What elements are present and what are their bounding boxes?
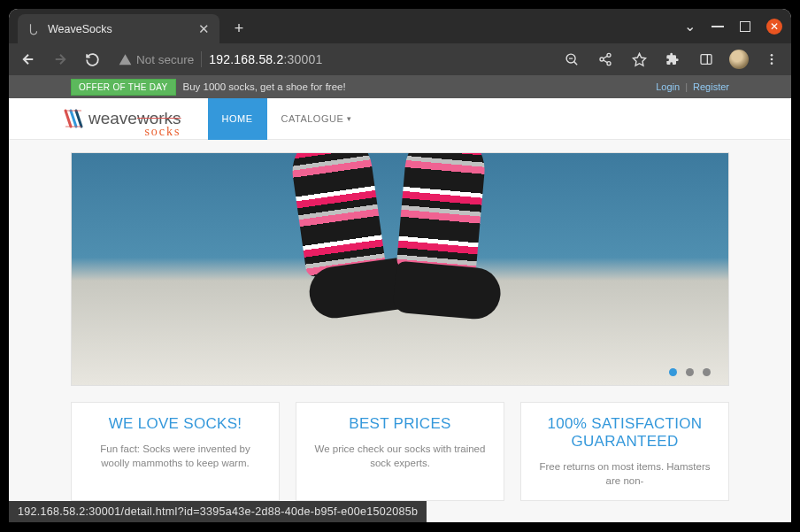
main-navbar: weaveworks socks HOME CATALOGUE ▾ bbox=[9, 98, 791, 140]
svg-rect-4 bbox=[701, 55, 712, 65]
offer-bar: OFFER OF THE DAY Buy 1000 socks, get a s… bbox=[9, 75, 791, 98]
address-url: 192.168.58.2:30001 bbox=[209, 52, 322, 66]
toolbar-right bbox=[561, 49, 782, 70]
hero-image bbox=[288, 152, 404, 348]
tab-favicon bbox=[27, 22, 41, 36]
svg-point-7 bbox=[771, 62, 773, 65]
browser-tab[interactable]: WeaveSocks ✕ bbox=[18, 14, 219, 43]
warning-icon bbox=[119, 53, 132, 66]
logo-text: weaveworks socks bbox=[88, 109, 181, 128]
page-viewport[interactable]: OFFER OF THE DAY Buy 1000 socks, get a s… bbox=[9, 75, 791, 522]
new-tab-button[interactable]: + bbox=[227, 16, 251, 41]
tab-bar: WeaveSocks ✕ + ⌄ ✕ bbox=[9, 9, 791, 43]
top-sep: | bbox=[685, 81, 688, 92]
offer-badge: OFFER OF THE DAY bbox=[71, 79, 176, 96]
window-controls: ⌄ ✕ bbox=[684, 9, 782, 43]
promo-card-3[interactable]: 100% SATISFACTION GUARANTEED Free return… bbox=[520, 402, 729, 501]
profile-avatar[interactable] bbox=[729, 50, 749, 69]
nav-home[interactable]: HOME bbox=[208, 98, 267, 140]
promo-card-1[interactable]: WE LOVE SOCKS! Fun fact: Socks were inve… bbox=[71, 402, 280, 501]
promo-body: Free returns on most items. Hamsters are… bbox=[535, 459, 714, 488]
tab-title: WeaveSocks bbox=[48, 23, 189, 35]
carousel-dot-1[interactable] bbox=[669, 368, 677, 376]
promo-row: WE LOVE SOCKS! Fun fact: Socks were inve… bbox=[71, 402, 729, 501]
back-button[interactable] bbox=[18, 49, 39, 70]
logo-mark-icon bbox=[62, 107, 85, 130]
address-separator bbox=[201, 51, 202, 67]
offer-text: Buy 1000 socks, get a shoe for free! bbox=[183, 81, 346, 92]
carousel-dots bbox=[669, 368, 711, 376]
promo-card-2[interactable]: BEST PRICES We price check our socks wit… bbox=[296, 402, 504, 501]
browser-status-bar: 192.168.58.2:30001/detail.html?id=3395a4… bbox=[9, 501, 427, 522]
promo-title: 100% SATISFACTION GUARANTEED bbox=[535, 415, 714, 451]
carousel-dot-2[interactable] bbox=[686, 368, 694, 376]
reload-button[interactable] bbox=[81, 49, 103, 70]
logo-subtext: socks bbox=[144, 125, 181, 139]
offer-left: OFFER OF THE DAY Buy 1000 socks, get a s… bbox=[71, 79, 346, 96]
promo-body: Fun fact: Socks were invented by woolly … bbox=[86, 442, 265, 470]
promo-body: We price check our socks with trained so… bbox=[311, 442, 489, 470]
svg-point-2 bbox=[600, 58, 604, 61]
register-link[interactable]: Register bbox=[693, 81, 729, 92]
chevron-down-icon[interactable]: ⌄ bbox=[684, 18, 696, 35]
promo-title: BEST PRICES bbox=[311, 415, 489, 433]
side-panel-icon[interactable] bbox=[696, 49, 717, 70]
window-close-button[interactable]: ✕ bbox=[766, 19, 782, 35]
zoom-out-icon[interactable] bbox=[561, 49, 582, 70]
forward-button bbox=[50, 49, 71, 70]
offer-right: Login | Register bbox=[656, 81, 729, 92]
security-warning[interactable]: Not secure bbox=[119, 53, 194, 66]
hero-image bbox=[390, 152, 497, 346]
maximize-button[interactable] bbox=[740, 21, 750, 32]
browser-toolbar: Not secure 192.168.58.2:30001 bbox=[9, 43, 791, 75]
bookmark-star-icon[interactable] bbox=[628, 49, 650, 70]
svg-point-5 bbox=[771, 54, 773, 57]
extensions-icon[interactable] bbox=[662, 49, 683, 70]
security-label: Not secure bbox=[136, 53, 194, 66]
hero-carousel[interactable] bbox=[71, 152, 729, 386]
promo-title: WE LOVE SOCKS! bbox=[86, 415, 265, 433]
caret-down-icon: ▾ bbox=[347, 114, 352, 123]
login-link[interactable]: Login bbox=[656, 81, 680, 92]
logo[interactable]: weaveworks socks bbox=[62, 107, 181, 130]
svg-point-1 bbox=[607, 53, 611, 57]
menu-icon[interactable] bbox=[761, 49, 782, 70]
svg-point-6 bbox=[771, 58, 773, 61]
minimize-button[interactable] bbox=[712, 26, 724, 27]
close-tab-icon[interactable]: ✕ bbox=[196, 22, 211, 36]
address-bar[interactable]: Not secure 192.168.58.2:30001 bbox=[113, 47, 543, 72]
carousel-dot-3[interactable] bbox=[703, 368, 711, 376]
browser-window: WeaveSocks ✕ + ⌄ ✕ Not secure bbox=[9, 9, 791, 522]
share-icon[interactable] bbox=[595, 49, 616, 70]
nav-menu: HOME CATALOGUE ▾ bbox=[208, 98, 366, 140]
svg-point-3 bbox=[607, 62, 611, 66]
nav-catalogue[interactable]: CATALOGUE ▾ bbox=[267, 98, 366, 140]
